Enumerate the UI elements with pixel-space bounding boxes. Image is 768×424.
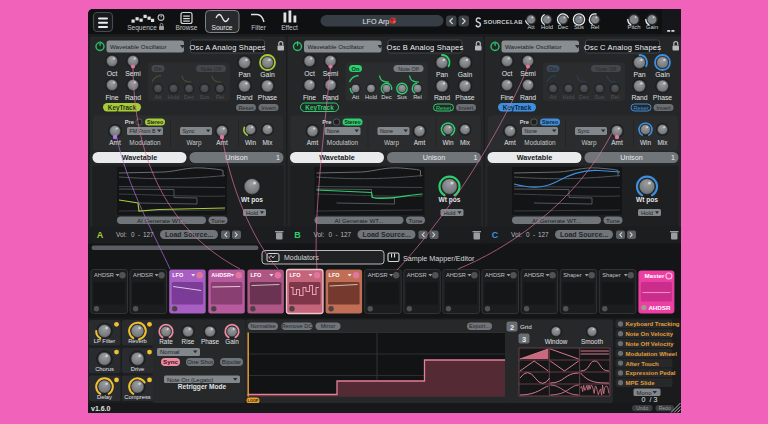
- svg-text:Fine: Fine: [500, 94, 513, 101]
- svg-text:Reset: Reset: [633, 105, 649, 111]
- svg-text:On: On: [352, 66, 360, 72]
- svg-text:Pre: Pre: [322, 119, 332, 125]
- svg-text:Retrigger Mode: Retrigger Mode: [178, 383, 227, 391]
- svg-text:Stereo: Stereo: [344, 119, 360, 125]
- svg-text:Amt: Amt: [414, 139, 426, 146]
- svg-text:Semi: Semi: [323, 70, 339, 77]
- svg-text:On: On: [549, 66, 557, 72]
- svg-text:LOOP: LOOP: [248, 399, 259, 403]
- svg-text:Undo: Undo: [636, 405, 648, 411]
- svg-text:127: 127: [341, 231, 352, 238]
- svg-text:Browse: Browse: [176, 24, 198, 31]
- svg-text:Hold: Hold: [246, 210, 258, 216]
- svg-text:MPE Slide: MPE Slide: [626, 380, 656, 386]
- svg-text:1: 1: [671, 153, 675, 162]
- svg-text:Dec: Dec: [381, 94, 391, 100]
- svg-text:Unison: Unison: [423, 153, 445, 162]
- svg-text:/ 3: / 3: [650, 396, 658, 403]
- svg-text:Amt: Amt: [307, 139, 319, 146]
- svg-text:SOURCELAB: SOURCELAB: [484, 19, 523, 25]
- svg-text:2: 2: [510, 323, 514, 332]
- svg-text:Reset: Reset: [436, 105, 452, 111]
- svg-text:Normalise: Normalise: [250, 323, 275, 329]
- svg-text:Chorus: Chorus: [95, 366, 114, 372]
- svg-text:Pitch: Pitch: [628, 24, 641, 30]
- svg-text:Amt: Amt: [109, 139, 121, 146]
- svg-text:Pan: Pan: [633, 71, 645, 78]
- svg-text:Amt: Amt: [504, 139, 516, 146]
- svg-text:Fine: Fine: [105, 94, 118, 101]
- svg-text:Gain: Gain: [655, 71, 670, 78]
- svg-text:Warp: Warp: [384, 139, 399, 147]
- svg-text:Vol:: Vol:: [116, 231, 127, 238]
- svg-text:Effect: Effect: [281, 24, 298, 31]
- svg-text:Master: Master: [644, 272, 665, 279]
- svg-text:Rand: Rand: [125, 94, 141, 101]
- svg-text:Expression Pedal: Expression Pedal: [626, 370, 676, 376]
- svg-text:Rand: Rand: [236, 94, 252, 101]
- svg-text:AHDSR: AHDSR: [133, 272, 153, 278]
- svg-text:Rand: Rand: [322, 94, 338, 101]
- svg-text:LFO: LFO: [250, 272, 262, 278]
- svg-text:Sync: Sync: [578, 128, 590, 134]
- svg-text:FM From B: FM From B: [130, 128, 156, 134]
- svg-text:v1.6.0: v1.6.0: [91, 405, 111, 412]
- svg-text:Hold: Hold: [541, 24, 553, 30]
- svg-text:Att: Att: [154, 94, 161, 100]
- svg-text:Oct: Oct: [502, 70, 513, 77]
- svg-text:AHDSR: AHDSR: [524, 272, 544, 278]
- svg-text:Invert: Invert: [459, 105, 474, 111]
- svg-text:Unison: Unison: [225, 153, 247, 162]
- svg-text:Warp: Warp: [186, 139, 201, 147]
- svg-text:Vol:: Vol:: [314, 231, 325, 238]
- svg-text:C: C: [492, 230, 499, 240]
- svg-text:Att: Att: [352, 94, 359, 100]
- svg-text:Load Source...: Load Source...: [560, 231, 608, 238]
- svg-text:AHDSR: AHDSR: [485, 272, 505, 278]
- svg-text:Dec: Dec: [184, 94, 194, 100]
- svg-text:Win: Win: [442, 139, 453, 146]
- svg-text:AHDSR: AHDSR: [368, 272, 388, 278]
- svg-text:AHDSR: AHDSR: [446, 272, 466, 278]
- svg-text:-: -: [533, 231, 535, 238]
- svg-text:Wavetable: Wavetable: [319, 153, 354, 162]
- svg-text:AHDSR: AHDSR: [407, 272, 427, 278]
- svg-text:Source: Source: [212, 24, 233, 31]
- svg-text:Gain: Gain: [225, 338, 239, 345]
- svg-text:Pre: Pre: [125, 119, 135, 125]
- svg-text:Oct: Oct: [304, 70, 315, 77]
- svg-text:Rel: Rel: [413, 94, 422, 100]
- svg-text:Mix: Mix: [658, 139, 669, 146]
- svg-text:LFO: LFO: [329, 272, 341, 278]
- svg-text:Modulation Wheel: Modulation Wheel: [626, 351, 678, 357]
- svg-text:KeyTrack: KeyTrack: [108, 104, 137, 112]
- svg-text:Wt pos: Wt pos: [439, 196, 461, 204]
- svg-text:Osc B Analog Shapes: Osc B Analog Shapes: [387, 43, 464, 52]
- svg-text:B: B: [294, 230, 301, 240]
- svg-text:Pan: Pan: [238, 71, 250, 78]
- svg-text:Wt pos: Wt pos: [636, 196, 658, 204]
- svg-text:Amt: Amt: [611, 139, 623, 146]
- svg-text:One Shot: One Shot: [187, 358, 213, 365]
- svg-text:Hold: Hold: [168, 94, 180, 100]
- svg-text:Sequence: Sequence: [127, 24, 157, 32]
- svg-text:0: 0: [526, 231, 530, 238]
- svg-text:Modulation: Modulation: [327, 139, 359, 146]
- svg-text:Stereo: Stereo: [542, 119, 558, 125]
- svg-text:Note On Velocity: Note On Velocity: [626, 331, 674, 337]
- svg-text:0: 0: [131, 231, 135, 238]
- svg-text:Modulation: Modulation: [524, 139, 556, 146]
- svg-text:Hold: Hold: [641, 210, 653, 216]
- svg-text:Compress: Compress: [124, 394, 151, 400]
- svg-text:Tune: Tune: [211, 217, 225, 224]
- svg-text:Drive: Drive: [131, 366, 145, 372]
- svg-text:Rel: Rel: [611, 94, 620, 100]
- svg-text:None: None: [380, 128, 393, 134]
- svg-text:Tune: Tune: [409, 217, 423, 224]
- svg-text:Win: Win: [245, 139, 256, 146]
- svg-text:Tune: Tune: [606, 217, 620, 224]
- svg-text:Rel: Rel: [591, 24, 600, 30]
- svg-text:Load Source...: Load Source...: [165, 231, 213, 238]
- svg-text:0: 0: [642, 396, 646, 403]
- svg-text:LP Filter: LP Filter: [94, 338, 116, 344]
